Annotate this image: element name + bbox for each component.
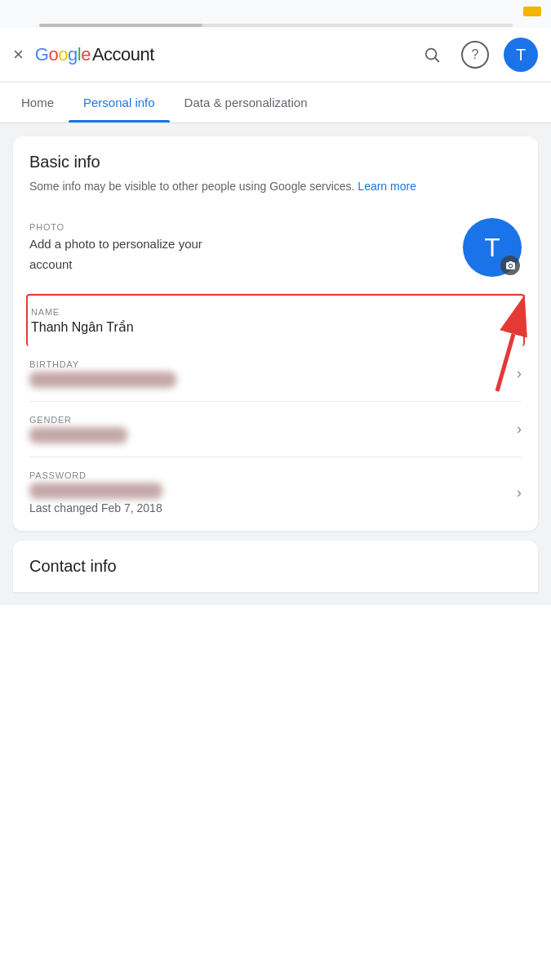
scroll-track bbox=[39, 24, 513, 27]
google-letter-g2: g bbox=[68, 44, 78, 65]
name-chevron: › bbox=[515, 313, 520, 330]
password-value bbox=[29, 483, 162, 499]
learn-more-link[interactable]: Learn more bbox=[358, 180, 416, 193]
gender-label: GENDER bbox=[29, 415, 127, 425]
basic-info-title: Basic info bbox=[29, 153, 522, 172]
user-avatar-large[interactable]: T bbox=[463, 218, 522, 277]
password-info: PASSWORD Last changed Feb 7, 2018 bbox=[29, 470, 162, 514]
password-chevron: › bbox=[517, 484, 522, 501]
status-bar bbox=[0, 0, 551, 23]
gender-info: GENDER bbox=[29, 415, 127, 443]
password-label: PASSWORD bbox=[29, 470, 162, 480]
name-value: Thanh Ngân Trần bbox=[31, 319, 134, 335]
gender-chevron: › bbox=[517, 421, 522, 438]
password-row[interactable]: PASSWORD Last changed Feb 7, 2018 › bbox=[29, 457, 522, 524]
svg-line-1 bbox=[435, 58, 438, 61]
photo-label: PHOTO bbox=[29, 222, 202, 232]
google-letter-o2: o bbox=[58, 44, 68, 65]
birthday-chevron: › bbox=[517, 365, 522, 382]
photo-section[interactable]: PHOTO Add a photo to personalize your ac… bbox=[29, 212, 522, 294]
close-button[interactable]: × bbox=[13, 46, 24, 64]
contact-info-title: Contact info bbox=[29, 557, 522, 576]
main-content: Basic info Some info may be visible to o… bbox=[0, 123, 551, 605]
birthday-info: BIRTHDAY bbox=[29, 359, 176, 388]
help-button[interactable]: ? bbox=[461, 41, 489, 69]
name-label: NAME bbox=[31, 307, 134, 317]
contact-info-card-peek: Contact info bbox=[13, 541, 538, 592]
scroll-thumb bbox=[39, 24, 202, 27]
nav-tabs: Home Personal info Data & personalizatio… bbox=[0, 82, 551, 123]
gender-value bbox=[29, 427, 127, 443]
birthday-value bbox=[29, 372, 176, 388]
name-row[interactable]: NAME Thanh Ngân Trần › bbox=[26, 294, 525, 346]
google-letter-e: e bbox=[81, 44, 91, 65]
header-icons: ? T bbox=[417, 38, 538, 72]
photo-info: PHOTO Add a photo to personalize your ac… bbox=[29, 222, 202, 273]
google-logo: G o o g l e Account bbox=[35, 44, 154, 65]
photo-desc-line1: Add a photo to personalize your bbox=[29, 235, 202, 252]
birthday-row[interactable]: BIRTHDAY › bbox=[29, 346, 522, 402]
google-letter-o1: o bbox=[48, 44, 58, 65]
search-button[interactable] bbox=[417, 40, 447, 69]
gender-row[interactable]: GENDER › bbox=[29, 402, 522, 457]
camera-icon bbox=[500, 256, 520, 275]
battery-icon bbox=[523, 7, 541, 16]
basic-info-description: Some info may be visible to other people… bbox=[29, 178, 522, 195]
account-label: Account bbox=[92, 44, 154, 65]
tab-personal-info[interactable]: Personal info bbox=[69, 82, 170, 122]
tab-data-personalization[interactable]: Data & personalization bbox=[170, 82, 322, 122]
svg-point-0 bbox=[426, 49, 437, 60]
tab-home[interactable]: Home bbox=[7, 82, 69, 122]
user-avatar-header[interactable]: T bbox=[504, 38, 538, 72]
photo-desc-line2: account bbox=[29, 256, 202, 273]
name-info: NAME Thanh Ngân Trần bbox=[31, 307, 134, 335]
birthday-label: BIRTHDAY bbox=[29, 359, 176, 369]
google-letter-g: G bbox=[35, 44, 49, 65]
password-sub: Last changed Feb 7, 2018 bbox=[29, 501, 162, 514]
basic-info-card: Basic info Some info may be visible to o… bbox=[13, 136, 538, 531]
app-header: × G o o g l e Account ? T bbox=[0, 28, 551, 82]
